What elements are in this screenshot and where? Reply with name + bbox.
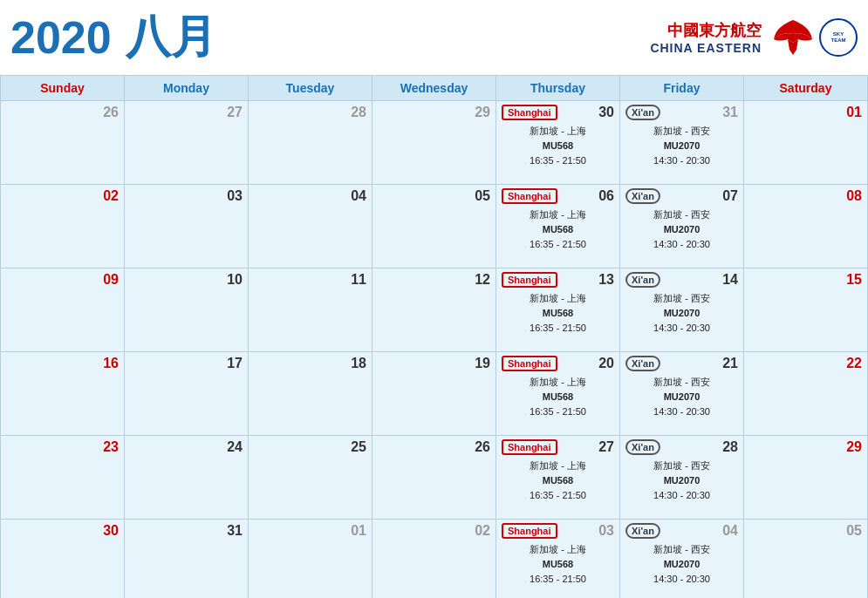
flight-number: MU568 [502, 306, 614, 321]
calendar-cell: 29 [744, 436, 868, 520]
flight-number: MU2070 [625, 306, 738, 321]
flight-number: MU2070 [625, 139, 738, 153]
flight-route: 新加坡 - 西安 [625, 459, 738, 473]
calendar-cell: Xi'an31 新加坡 - 西安 MU2070 14:30 - 20:30 [620, 101, 744, 185]
cell-top: Shanghai13 [502, 272, 614, 289]
cell-top: Shanghai30 [502, 105, 614, 122]
xian-badge: Xi'an [625, 439, 660, 455]
flight-number: MU568 [502, 557, 614, 572]
weekday-header-row: Sunday Monday Tuesday Wednesday Thursday… [1, 76, 868, 101]
flight-route: 新加坡 - 上海 [502, 459, 614, 473]
day-number: 30 [598, 105, 614, 120]
flight-route: 新加坡 - 上海 [502, 375, 614, 390]
cell-top: 01 [749, 105, 862, 120]
calendar-cell: 27 [125, 101, 249, 185]
calendar-cell: 16 [1, 352, 125, 436]
cell-top: 29 [749, 439, 862, 455]
cell-top: 01 [254, 523, 366, 539]
day-number: 30 [103, 523, 119, 539]
calendar-table: Sunday Monday Tuesday Wednesday Thursday… [0, 75, 868, 598]
day-number: 19 [475, 356, 490, 371]
calendar-cell: 05 [744, 520, 868, 599]
day-number: 04 [722, 523, 738, 539]
cell-top: 02 [6, 188, 119, 204]
flight-time: 16:35 - 21:50 [502, 488, 614, 503]
cell-top: 03 [130, 188, 243, 204]
cell-top: Shanghai27 [502, 439, 614, 457]
calendar-cell: 26 [372, 436, 496, 520]
cell-top: 12 [378, 272, 490, 288]
calendar-row: 16171819Shanghai20 新加坡 - 上海 MU568 16:35 … [1, 352, 868, 436]
cell-top: Xi'an07 [625, 188, 738, 206]
calendar-row: 09101112Shanghai13 新加坡 - 上海 MU568 16:35 … [1, 268, 868, 352]
calendar-cell: 17 [125, 352, 249, 436]
day-number: 12 [475, 272, 490, 288]
flight-time: 14:30 - 20:30 [625, 321, 738, 336]
flight-details: 新加坡 - 西安 MU2070 14:30 - 20:30 [625, 542, 738, 587]
flight-route: 新加坡 - 西安 [625, 207, 738, 222]
shanghai-badge: Shanghai [502, 439, 557, 455]
day-number: 27 [227, 105, 243, 120]
calendar-cell: Xi'an07 新加坡 - 西安 MU2070 14:30 - 20:30 [620, 185, 744, 268]
calendar-cell: Xi'an21 新加坡 - 西安 MU2070 14:30 - 20:30 [620, 352, 744, 436]
day-number: 20 [598, 356, 614, 371]
calendar-cell: Xi'an04 新加坡 - 西安 MU2070 14:30 - 20:30 [620, 520, 744, 599]
calendar-cell: Shanghai03 新加坡 - 上海 MU568 16:35 - 21:50 [496, 520, 620, 599]
day-number: 14 [722, 272, 738, 288]
cell-top: Xi'an14 [625, 272, 738, 289]
flight-route: 新加坡 - 西安 [625, 291, 738, 306]
calendar-cell: 02 [1, 185, 125, 268]
cell-top: 10 [130, 272, 243, 288]
cell-top: 09 [6, 272, 119, 288]
flight-route: 新加坡 - 西安 [625, 375, 738, 390]
xian-badge: Xi'an [625, 105, 660, 120]
flight-details: 新加坡 - 西安 MU2070 14:30 - 20:30 [625, 459, 738, 503]
day-number: 13 [598, 272, 614, 288]
calendar-row: 23242526Shanghai27 新加坡 - 上海 MU568 16:35 … [1, 436, 868, 520]
col-header-friday: Friday [620, 76, 744, 101]
flight-number: MU2070 [625, 473, 738, 488]
xian-badge: Xi'an [625, 272, 660, 288]
flight-details: 新加坡 - 上海 MU568 16:35 - 21:50 [502, 375, 614, 419]
shanghai-badge: Shanghai [502, 523, 557, 539]
flight-route: 新加坡 - 上海 [502, 124, 614, 139]
calendar-header: 2020 八月 中國東方航空 CHINA EASTERN SKYTEAM [0, 0, 868, 75]
cell-top: 08 [749, 188, 862, 204]
cell-top: 28 [254, 105, 366, 120]
calendar-cell: 26 [1, 101, 125, 185]
cell-top: Shanghai06 [502, 188, 614, 206]
flight-details: 新加坡 - 西安 MU2070 14:30 - 20:30 [625, 375, 738, 419]
day-number: 28 [351, 105, 366, 120]
header-year: 2020 [10, 11, 112, 64]
day-number: 31 [227, 523, 243, 539]
flight-number: MU568 [502, 222, 614, 237]
flight-details: 新加坡 - 上海 MU568 16:35 - 21:50 [502, 207, 614, 252]
day-number: 26 [103, 105, 119, 120]
cell-top: 17 [130, 356, 243, 371]
flight-time: 14:30 - 20:30 [625, 572, 738, 587]
calendar-cell: 12 [372, 268, 496, 352]
flight-time: 16:35 - 21:50 [502, 404, 614, 419]
calendar-cell: 30 [1, 520, 125, 599]
cell-top: 11 [254, 272, 366, 288]
cell-top: 26 [378, 439, 490, 455]
flight-route: 新加坡 - 西安 [625, 124, 738, 139]
flight-details: 新加坡 - 西安 MU2070 14:30 - 20:30 [625, 291, 738, 336]
flight-number: MU568 [502, 139, 614, 153]
calendar-row: 26272829Shanghai30 新加坡 - 上海 MU568 16:35 … [1, 101, 868, 185]
col-header-thursday: Thursday [496, 76, 620, 101]
xian-badge: Xi'an [625, 523, 660, 539]
day-number: 29 [846, 439, 862, 455]
day-number: 10 [227, 272, 243, 288]
calendar-cell: 24 [125, 436, 249, 520]
calendar-cell: 25 [249, 436, 372, 520]
day-number: 02 [103, 188, 119, 204]
calendar-cell: 18 [249, 352, 372, 436]
day-number: 27 [598, 439, 614, 455]
day-number: 22 [846, 356, 862, 371]
day-number: 18 [351, 356, 366, 371]
day-number: 03 [598, 523, 614, 539]
logo-english-name: CHINA EASTERN [650, 41, 762, 55]
calendar-row: 02030405Shanghai06 新加坡 - 上海 MU568 16:35 … [1, 185, 868, 268]
calendar-cell: 08 [744, 185, 868, 268]
